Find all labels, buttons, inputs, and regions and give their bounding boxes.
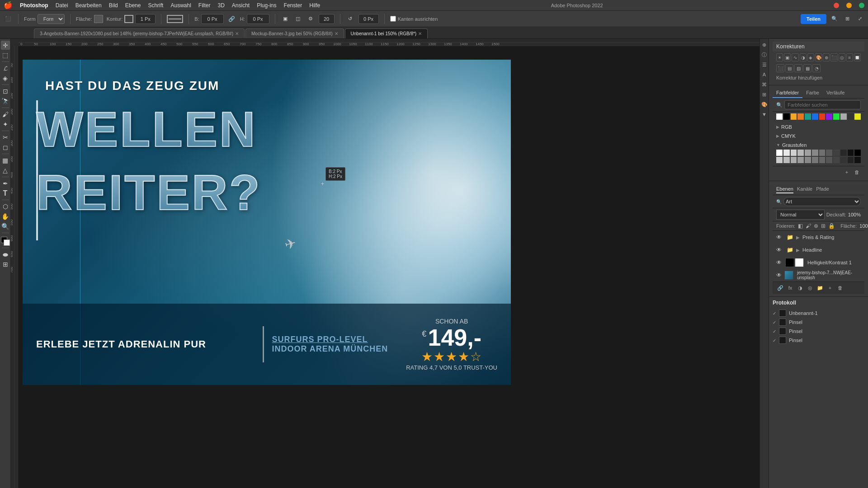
path-tool[interactable]: ⬡ [1, 202, 10, 211]
swatch-purple[interactable] [826, 113, 832, 120]
proto-item-1[interactable]: ✓ Pinsel [773, 318, 864, 327]
lock-artboard[interactable]: ⊞ [821, 223, 826, 229]
fg-bg-colors[interactable] [1, 237, 10, 246]
gray-swatch-22[interactable] [840, 157, 847, 163]
gray-swatch-8[interactable] [826, 150, 832, 156]
adj-curves[interactable]: ∿ [792, 53, 798, 61]
expand-headline[interactable]: ▶ [796, 248, 800, 253]
adj-levels[interactable]: ▣ [784, 53, 791, 61]
gray-swatch-17[interactable] [805, 157, 811, 163]
adj-vibrance[interactable]: ◈ [807, 53, 814, 61]
gray-swatch-15[interactable] [791, 157, 797, 163]
adj-colorbal[interactable]: ⊕ [823, 53, 830, 61]
gray-swatch-20[interactable] [826, 157, 832, 163]
adj-bw[interactable]: ⬛ [830, 53, 837, 61]
lock-image[interactable]: 🖌 [806, 223, 811, 229]
tab-2-close[interactable]: ✕ [418, 31, 422, 36]
eye-img[interactable]: 👁 [776, 272, 783, 278]
deckraft-value[interactable]: 100% [848, 212, 861, 217]
swatch-dark[interactable] [848, 113, 854, 120]
gray-swatch-23[interactable] [848, 157, 854, 163]
layer-image[interactable]: 👁 jeremy-bishop-7...NWjEAE-unsplash [773, 269, 864, 282]
menu-ansicht[interactable]: Ansicht [232, 2, 250, 9]
layer-new[interactable]: + [826, 284, 834, 292]
panel-icon-2[interactable]: ⓘ [760, 51, 769, 59]
menu-auswahl[interactable]: Auswahl [170, 2, 191, 9]
gray-swatch-14[interactable] [783, 157, 790, 163]
traffic-green[interactable] [859, 3, 864, 8]
menu-3d[interactable]: 3D [217, 2, 224, 9]
gray-swatch-18[interactable] [812, 157, 818, 163]
align-icon2[interactable]: ◫ [293, 14, 302, 23]
proto-item-0[interactable]: ✓ Unbenannt-1 [773, 309, 864, 318]
gray-swatch-1[interactable] [776, 150, 783, 156]
expand-preis[interactable]: ▶ [796, 235, 800, 240]
gray-swatch-16[interactable] [797, 157, 804, 163]
link-icon[interactable]: 🔗 [227, 14, 236, 23]
tab-verlaeufe[interactable]: Verläufe [823, 88, 848, 98]
arrange-icon[interactable]: ⊞ [843, 14, 852, 23]
gray-swatch-10[interactable] [840, 150, 847, 156]
menu-filter[interactable]: Filter [198, 2, 211, 9]
tab-0-close[interactable]: ✕ [235, 31, 239, 36]
traffic-red[interactable] [834, 3, 839, 8]
patch-tool[interactable]: ✦ [1, 120, 10, 129]
angle-input[interactable] [359, 14, 379, 24]
menu-datei[interactable]: Datei [56, 2, 68, 9]
adj-threshold[interactable]: ▧ [794, 64, 802, 72]
adj-gradient-map[interactable]: ▦ [803, 64, 811, 72]
panel-icon-5[interactable]: ⌘ [760, 80, 769, 89]
gray-swatch-5[interactable] [805, 150, 811, 156]
layer-fx[interactable]: fx [786, 284, 794, 292]
korrektur-add[interactable]: Korrektur hinzufügen [773, 73, 864, 82]
tab-farbe[interactable]: Farbe [802, 88, 823, 98]
swatch-green[interactable] [833, 113, 840, 120]
brush-tool[interactable]: 🖌 [1, 110, 10, 119]
swatch-yellow[interactable] [791, 113, 797, 120]
flaeche-color[interactable] [94, 15, 103, 23]
tool-icon[interactable]: ⬛ [4, 14, 13, 23]
tab-0[interactable]: 3-Angebots-Banner-868x488.psd bei 148%… [34, 28, 245, 38]
lasso-tool[interactable]: 𝓛 [1, 64, 10, 73]
proto-item-2[interactable]: ✓ Pinsel [773, 327, 864, 336]
swatch-black[interactable] [783, 113, 790, 120]
adj-channelmix[interactable]: ≡ [846, 53, 853, 61]
eraser-tool[interactable]: ◻ [1, 143, 10, 152]
w-input[interactable] [319, 14, 335, 24]
canvas-wrapper[interactable]: HAST DU DAS ZEUG ZUM WELLEN REITER? ✈ [18, 46, 760, 488]
lock-transparency[interactable]: ◧ [798, 223, 803, 229]
menu-bearbeiten[interactable]: Bearbeiten [75, 2, 102, 9]
lock-all[interactable]: 🔒 [828, 223, 835, 229]
menu-schrift[interactable]: Schrift [148, 2, 163, 9]
gray-swatch-4[interactable] [797, 150, 804, 156]
panel-icon-3[interactable]: ☰ [760, 61, 769, 69]
gray-swatch-19[interactable] [819, 157, 826, 163]
zoom-tool[interactable]: 🔍 [1, 222, 10, 231]
cmyk-expand[interactable]: ▶ CMYK [776, 132, 861, 140]
ebenen-filter-select[interactable]: Art [783, 197, 861, 206]
hand-tool[interactable]: ✋ [1, 212, 10, 221]
gray-swatch-3[interactable] [791, 150, 797, 156]
swatch-red[interactable] [819, 113, 826, 120]
fullscreen-icon[interactable]: ⤢ [855, 14, 864, 23]
layer-headline[interactable]: 👁 📁 ▶ Headline [773, 244, 864, 256]
swatch-gray[interactable] [840, 113, 847, 120]
align-icon3[interactable]: ⚙ [306, 14, 315, 23]
b-input[interactable] [201, 14, 224, 24]
menu-ebene[interactable]: Ebene [125, 2, 141, 9]
select-tool[interactable]: ⬚ [1, 51, 10, 60]
gray-swatch-2[interactable] [783, 150, 790, 156]
gray-swatch-13[interactable] [776, 157, 783, 163]
gray-swatch-7[interactable] [819, 150, 826, 156]
screen-mode[interactable]: ⊞ [1, 260, 10, 269]
adj-selective[interactable]: ◔ [812, 64, 821, 72]
tab-1-close[interactable]: ✕ [335, 31, 338, 36]
mask-tool[interactable]: ⬬ [1, 250, 10, 259]
clone-tool[interactable]: ✂ [1, 133, 10, 142]
rgb-expand[interactable]: ▶ RGB [776, 123, 861, 131]
tab-2[interactable]: Unbenannt-1 bei 150% (RGB/8*) ✕ [345, 28, 428, 38]
kanten-checkbox[interactable] [390, 16, 396, 22]
eye-headline[interactable]: 👁 [776, 247, 783, 253]
select2-tool[interactable]: ◈ [1, 74, 10, 83]
crop-tool[interactable]: ⊡ [1, 87, 10, 96]
